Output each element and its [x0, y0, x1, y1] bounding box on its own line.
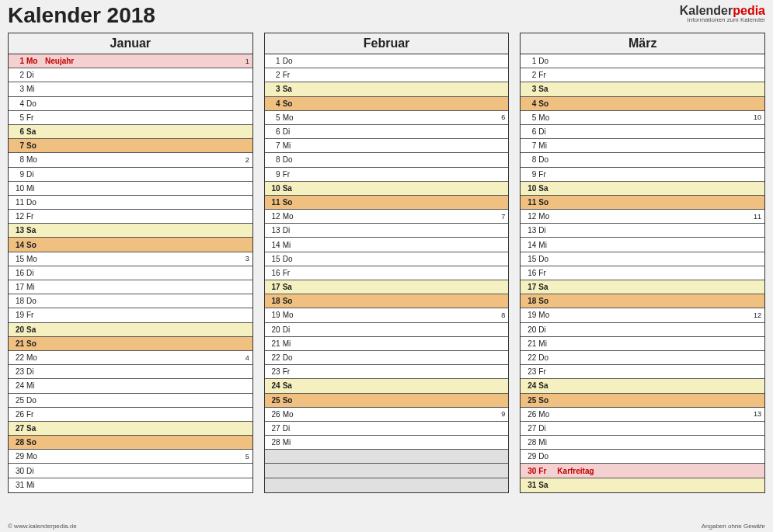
- day-weekday: Mi: [26, 184, 45, 193]
- day-row: 20Sa: [9, 323, 252, 337]
- day-row: 17Sa: [265, 280, 509, 294]
- day-number: 30: [9, 467, 26, 475]
- day-weekday: Do: [283, 155, 301, 164]
- day-weekday: Fr: [538, 467, 557, 475]
- day-weekday: Mo: [26, 155, 45, 164]
- day-note: Karfreitag: [557, 467, 747, 475]
- week-number: 10: [747, 113, 764, 121]
- day-weekday: Di: [283, 424, 301, 433]
- day-row: 23Di: [9, 365, 252, 379]
- day-row: 26Mo13: [521, 408, 764, 422]
- week-number: 7: [491, 213, 508, 221]
- day-row: 8Do: [265, 153, 509, 167]
- day-row: 11So: [265, 196, 509, 210]
- month-header: Januar: [9, 33, 252, 54]
- day-row: 21Mi: [265, 337, 509, 351]
- day-row: 20Di: [521, 323, 764, 337]
- day-row: 11Do: [9, 196, 252, 210]
- day-weekday: Di: [26, 367, 45, 376]
- day-number: 16: [9, 269, 26, 277]
- day-number: 11: [521, 198, 538, 207]
- day-number: 25: [9, 396, 26, 405]
- day-weekday: Sa: [26, 127, 45, 136]
- day-number: 16: [521, 269, 538, 277]
- day-row: 26Mo9: [265, 408, 509, 422]
- day-number: 3: [9, 85, 26, 93]
- day-weekday: Di: [26, 170, 45, 179]
- day-number: 19: [521, 311, 538, 319]
- day-number: 10: [265, 184, 283, 193]
- day-number: 17: [521, 283, 538, 291]
- day-weekday: Sa: [538, 184, 557, 193]
- day-number: 12: [265, 212, 283, 221]
- day-number: 6: [9, 127, 26, 136]
- day-row: [265, 464, 509, 478]
- day-weekday: Sa: [283, 283, 301, 291]
- day-weekday: Do: [283, 353, 301, 362]
- day-number: 5: [521, 113, 538, 122]
- week-number: 4: [235, 354, 252, 362]
- day-weekday: Sa: [26, 226, 45, 235]
- day-number: 18: [265, 297, 283, 305]
- day-row: 7Mi: [265, 139, 509, 153]
- day-number: 22: [9, 353, 26, 362]
- day-weekday: Do: [538, 452, 557, 461]
- brand-name-part2: pedia: [733, 4, 765, 17]
- day-weekday: Di: [26, 71, 45, 79]
- day-row: 7So: [9, 139, 252, 153]
- day-row: 17Mi: [9, 280, 252, 294]
- day-number: 15: [265, 255, 283, 263]
- day-number: 13: [265, 226, 283, 235]
- day-note: Neujahr: [45, 57, 235, 65]
- week-number: 3: [235, 255, 252, 263]
- day-weekday: Sa: [283, 85, 301, 93]
- day-weekday: Mi: [538, 339, 557, 348]
- day-row: 6Di: [521, 125, 764, 139]
- day-number: 21: [9, 339, 26, 348]
- week-number: 8: [491, 311, 508, 319]
- day-row: 10Sa: [521, 182, 764, 196]
- day-weekday: So: [283, 198, 301, 207]
- day-row: 29Do: [521, 450, 764, 464]
- day-weekday: Mi: [538, 241, 557, 249]
- day-number: 19: [265, 311, 283, 319]
- day-number: 25: [521, 396, 538, 405]
- day-number: 14: [265, 241, 283, 249]
- day-weekday: Mo: [26, 255, 45, 263]
- day-row: 3Sa: [521, 82, 764, 96]
- day-weekday: So: [26, 241, 45, 249]
- footer-right: Angaben ohne Gewähr: [702, 523, 765, 530]
- day-row: 9Di: [9, 168, 252, 182]
- day-row: 2Fr: [521, 68, 764, 82]
- day-weekday: Sa: [538, 481, 557, 489]
- day-weekday: Mo: [283, 212, 301, 221]
- day-number: 12: [9, 212, 26, 221]
- day-row: 21So: [9, 337, 252, 351]
- day-number: 8: [9, 155, 26, 164]
- day-row: 26Fr: [9, 408, 252, 422]
- week-number: 11: [747, 213, 764, 221]
- day-weekday: Di: [538, 325, 557, 334]
- day-weekday: Fr: [283, 71, 301, 79]
- day-row: 15Do: [265, 252, 509, 266]
- month-header: März: [521, 33, 764, 54]
- day-number: 14: [521, 241, 538, 249]
- brand-sub: Informationen zum Kalender: [680, 17, 765, 23]
- day-row: 16Fr: [265, 266, 509, 280]
- day-number: 4: [265, 99, 283, 108]
- day-number: 18: [9, 297, 26, 305]
- day-number: 14: [9, 241, 26, 249]
- day-weekday: Mo: [283, 311, 301, 319]
- day-number: 20: [521, 325, 538, 334]
- day-number: 2: [265, 71, 283, 79]
- day-number: 3: [265, 85, 283, 93]
- month-header: Februar: [265, 33, 509, 54]
- day-weekday: Fr: [283, 367, 301, 376]
- day-weekday: Di: [538, 127, 557, 136]
- day-row: 6Sa: [9, 125, 252, 139]
- day-row: 24Mi: [9, 379, 252, 393]
- day-number: 13: [521, 226, 538, 235]
- day-number: 17: [265, 283, 283, 291]
- day-number: 4: [521, 99, 538, 108]
- day-row: [265, 450, 509, 464]
